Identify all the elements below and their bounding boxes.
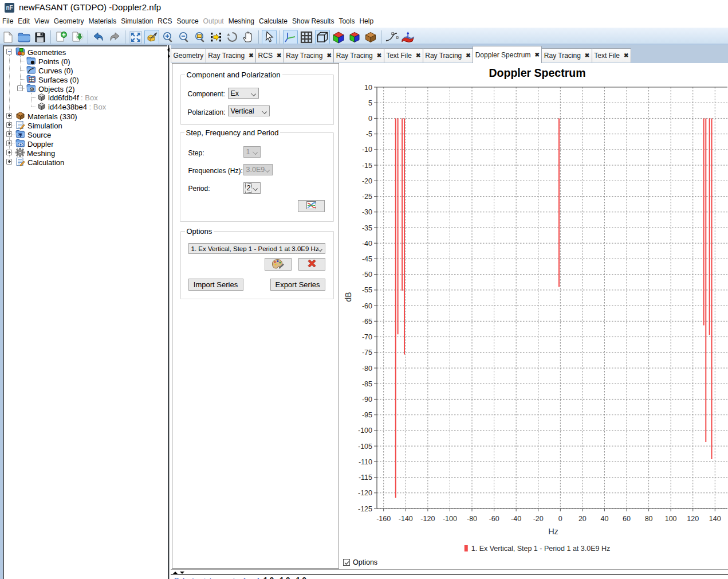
tab-close-icon[interactable]: ✖: [249, 53, 253, 58]
open-folder-button[interactable]: [17, 30, 32, 45]
tree-expander-plus-icon[interactable]: [6, 122, 12, 128]
tree-item-objects-2[interactable]: Objects (2): [26, 84, 75, 93]
tree-item-meshing[interactable]: Meshing: [15, 148, 55, 157]
tab-close-icon[interactable]: ✖: [466, 53, 470, 58]
tab-close-icon[interactable]: ✖: [377, 53, 381, 58]
menu-tools[interactable]: Tools: [336, 15, 357, 28]
save-button[interactable]: [33, 30, 48, 45]
tree-expander-plus-icon[interactable]: [6, 150, 12, 155]
add-page-button[interactable]: [54, 30, 69, 45]
tree-item-idd6fdb4f[interactable]: idd6fdb4f : Box: [37, 93, 98, 102]
redo-button[interactable]: [107, 30, 122, 45]
menu-rcs[interactable]: RCS: [155, 15, 174, 28]
tab-text-file[interactable]: Text File✖: [592, 48, 631, 62]
tree-item-id44e38be4[interactable]: id44e38be4 : Box: [37, 102, 106, 111]
splitter-collapse-up-icon[interactable]: [173, 572, 178, 574]
surface-normal-button[interactable]: [400, 30, 415, 45]
tab-close-icon[interactable]: ✖: [326, 53, 331, 58]
import-page-button[interactable]: [70, 30, 85, 45]
svg-text:0: 0: [368, 115, 372, 123]
menu-calculate[interactable]: Calculate: [257, 15, 290, 28]
tree-item-doppler[interactable]: Doppler: [15, 139, 54, 148]
menu-source[interactable]: Source: [175, 15, 201, 28]
pointer-button[interactable]: [262, 30, 277, 45]
tree-expander-plus-icon[interactable]: [6, 140, 12, 146]
undo-button[interactable]: [91, 30, 106, 45]
menu-show-results[interactable]: Show Results: [290, 15, 336, 28]
rotate-view-button[interactable]: [225, 30, 239, 45]
zoom-in-icon: [162, 31, 174, 43]
period-select[interactable]: 2: [243, 182, 261, 194]
curve-points-button[interactable]: [384, 30, 399, 45]
shaded-cube-button[interactable]: [331, 30, 346, 45]
wire-cube-button[interactable]: [315, 30, 330, 45]
tree-expander-plus-icon[interactable]: [6, 113, 12, 119]
polarization-select[interactable]: Vertical: [228, 105, 270, 116]
tree-item-calculation[interactable]: Calculation: [15, 157, 64, 166]
menu-help[interactable]: Help: [357, 15, 376, 28]
fit-view-button[interactable]: [128, 30, 143, 45]
tab-close-icon[interactable]: ✖: [624, 53, 628, 58]
tab-geometry[interactable]: Geometry: [171, 48, 206, 62]
tab-close-icon[interactable]: ✖: [585, 53, 589, 58]
tree-item-surfaces-0[interactable]: Surfaces (0): [26, 75, 79, 84]
tree-expander-plus-icon[interactable]: [6, 131, 12, 137]
tree-item-label: Geometries: [27, 48, 66, 56]
tree-expander-minus-icon[interactable]: [6, 49, 12, 54]
plot-series-button[interactable]: [298, 200, 325, 212]
zoom-out-button[interactable]: [176, 30, 191, 45]
delete-series-button[interactable]: [298, 258, 325, 271]
horizontal-splitter[interactable]: [171, 569, 728, 575]
import-series-button[interactable]: Import Series: [188, 279, 243, 291]
export-series-button[interactable]: Export Series: [270, 279, 325, 291]
tree-item-curves-0[interactable]: Curves (0): [26, 65, 73, 75]
tree-item-simulation[interactable]: Simulation: [15, 120, 62, 130]
perspective-cube-button[interactable]: [144, 30, 159, 45]
svg-text:-160: -160: [376, 515, 391, 523]
tab-ray-tracing[interactable]: Ray Tracing✖: [541, 48, 592, 62]
splitter-collapse-left-icon[interactable]: [167, 48, 170, 52]
zoom-window-button[interactable]: [192, 30, 207, 45]
menu-view[interactable]: View: [32, 15, 52, 28]
component-select[interactable]: Ex: [228, 88, 259, 99]
tab-ray-tracing[interactable]: Ray Tracing✖: [333, 48, 384, 62]
tab-close-icon[interactable]: ✖: [416, 53, 420, 58]
tree-item-materials-330[interactable]: Materials (330): [15, 111, 77, 120]
tab-rcs[interactable]: RCS✖: [255, 48, 284, 62]
solid-color-cube-button[interactable]: [347, 30, 362, 45]
step-label: Step:: [188, 149, 204, 157]
tree-item-source[interactable]: Source: [15, 130, 51, 139]
tree-expander-minus-icon[interactable]: [17, 85, 23, 91]
tab-close-icon[interactable]: ✖: [277, 53, 281, 58]
project-tree-panel: GeometriesPoints (0)Curves (0)Surfaces (…: [3, 45, 167, 579]
checkbox-checked-icon[interactable]: [343, 559, 350, 566]
tab-doppler-spectrum-active[interactable]: Doppler Spectrum✖: [473, 46, 542, 63]
menu-simulation[interactable]: Simulation: [119, 15, 155, 28]
tree-expander-plus-icon[interactable]: [6, 159, 12, 165]
tab-ray-tracing[interactable]: Ray Tracing✖: [423, 48, 473, 62]
new-file-button[interactable]: [1, 30, 15, 45]
tree-item-points-0[interactable]: Points (0): [26, 56, 70, 65]
menu-meshing[interactable]: Meshing: [226, 15, 257, 28]
series-color-button[interactable]: [265, 258, 292, 271]
series-select[interactable]: 1. Ex Vertical, Step 1 - Period 1 at 3.0…: [188, 243, 325, 254]
tab-label: Ray Tracing: [544, 52, 581, 60]
tab-close-icon[interactable]: ✖: [534, 52, 539, 58]
options-checkbox[interactable]: Options: [343, 558, 377, 566]
tree-item-geometries[interactable]: Geometries: [15, 47, 66, 56]
axes-button[interactable]: [283, 30, 298, 45]
tab-ray-tracing[interactable]: Ray Tracing✖: [206, 48, 256, 62]
step-move-button[interactable]: [208, 30, 223, 45]
menu-edit[interactable]: Edit: [15, 15, 32, 28]
menu-materials[interactable]: Materials: [86, 15, 119, 28]
tab-text-file[interactable]: Text File✖: [384, 48, 423, 62]
material-cube-button[interactable]: [363, 30, 378, 45]
grid-button[interactable]: [299, 30, 314, 45]
zoom-in-button[interactable]: [160, 30, 175, 45]
splitter-expand-right-icon[interactable]: [168, 54, 170, 58]
menu-file[interactable]: File: [0, 15, 15, 28]
pan-hand-button[interactable]: [241, 30, 255, 45]
tab-ray-tracing[interactable]: Ray Tracing✖: [284, 48, 334, 62]
splitter-expand-down-icon[interactable]: [180, 572, 184, 574]
menu-geometry[interactable]: Geometry: [52, 15, 86, 28]
